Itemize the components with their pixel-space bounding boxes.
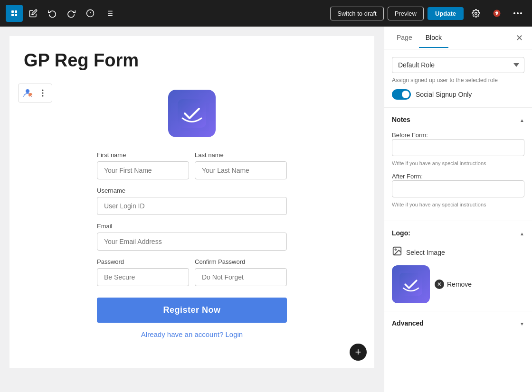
register-button[interactable]: Register Now [97, 298, 287, 323]
form-container: First name Last name Username [24, 80, 360, 348]
sidebar-content: Default Role Subscriber Editor Administr… [384, 49, 532, 392]
social-signup-toggle[interactable] [392, 89, 411, 100]
add-block-toolbar-btn[interactable] [6, 5, 23, 22]
logo-chevron-icon [520, 229, 524, 237]
after-form-label: After Form: [392, 173, 423, 180]
notes-chevron-icon [520, 115, 524, 124]
logo-section: Logo: Select Image [384, 221, 532, 311]
before-form-input[interactable] [392, 139, 524, 156]
switch-draft-button[interactable]: Switch to draft [330, 7, 383, 20]
add-block-canvas-btn[interactable]: + [350, 344, 367, 361]
svg-text:?: ? [495, 11, 498, 16]
notes-header[interactable]: Notes [392, 115, 524, 124]
svg-rect-27 [399, 273, 422, 296]
tools-icon-btn[interactable]: ? [488, 5, 505, 22]
svg-rect-24 [178, 99, 206, 128]
svg-rect-2 [11, 14, 14, 16]
name-row: First name Last name [97, 151, 287, 179]
toolbar-center: Switch to draft Preview Update ? [120, 5, 526, 22]
editor-area: GP Reg Form [0, 27, 384, 392]
form-inner: First name Last name Username [97, 151, 287, 338]
logo-preview-row: ✕ Remove [392, 265, 524, 303]
advanced-title: Advanced [392, 319, 424, 327]
image-icon [392, 246, 402, 259]
before-form-hint: Write if you have any special instructio… [392, 160, 524, 166]
logo-title: Logo: [392, 229, 410, 237]
last-name-input[interactable] [195, 161, 287, 179]
last-name-label: Last name [195, 151, 287, 159]
login-link[interactable]: Already have an account? Login [97, 330, 287, 338]
logo-header[interactable]: Logo: [392, 229, 524, 237]
first-name-label: First name [97, 151, 189, 159]
svg-point-18 [520, 12, 522, 14]
redo-btn[interactable] [63, 5, 80, 22]
after-form-hint: Write if you have any special instructio… [392, 202, 524, 207]
username-group: Username [97, 187, 287, 215]
svg-point-26 [395, 249, 396, 250]
default-role-select[interactable]: Default Role Subscriber Editor Administr… [392, 57, 524, 73]
tab-block[interactable]: Block [419, 28, 448, 48]
password-group: Password [97, 258, 189, 286]
advanced-section: Advanced [384, 311, 532, 335]
password-input[interactable] [97, 268, 189, 286]
main-layout: GP Reg Form [0, 27, 532, 392]
svg-rect-3 [15, 14, 17, 16]
notes-section: Notes Before Form: Write if you have any… [384, 108, 532, 221]
svg-point-20 [28, 93, 32, 97]
assign-hint: Assign signed up user to the selected ro… [392, 77, 524, 84]
last-name-group: Last name [195, 151, 287, 179]
form-logo [168, 90, 216, 137]
first-name-group: First name [97, 151, 189, 179]
confirm-password-input[interactable] [195, 268, 287, 286]
block-avatar-btn[interactable] [20, 86, 35, 100]
advanced-header[interactable]: Advanced [392, 319, 524, 327]
preview-button[interactable]: Preview [388, 7, 424, 20]
settings-icon-btn[interactable] [467, 5, 484, 22]
sidebar-tabs: Page Block ✕ [384, 27, 532, 49]
email-group: Email [97, 223, 287, 251]
editor-canvas: GP Reg Form [10, 36, 374, 368]
svg-point-16 [513, 12, 515, 14]
social-signup-row: Social Signup Only [392, 89, 524, 100]
remove-logo-button[interactable]: ✕ Remove [435, 280, 472, 289]
remove-label: Remove [447, 280, 472, 288]
sidebar-close-btn[interactable]: ✕ [512, 31, 526, 45]
email-label: Email [97, 223, 287, 230]
password-row: Password Confirm Password [97, 258, 287, 286]
password-label: Password [97, 258, 189, 265]
remove-circle-icon: ✕ [435, 280, 444, 289]
select-image-button[interactable]: Select Image [392, 244, 445, 261]
update-button[interactable]: Update [428, 7, 464, 20]
logo-preview-image [392, 265, 430, 303]
username-label: Username [97, 187, 287, 194]
advanced-chevron-icon [520, 319, 524, 327]
email-input[interactable] [97, 233, 287, 251]
info-btn[interactable] [82, 5, 99, 22]
tab-page[interactable]: Page [390, 28, 419, 48]
undo-btn[interactable] [44, 5, 61, 22]
notes-title: Notes [392, 116, 410, 123]
list-view-btn[interactable] [101, 5, 118, 22]
first-name-input[interactable] [97, 161, 189, 179]
page-title: GP Reg Form [24, 50, 360, 71]
svg-point-21 [42, 90, 44, 91]
svg-point-17 [517, 12, 519, 14]
social-signup-label: Social Signup Only [416, 91, 472, 98]
more-options-btn[interactable] [509, 5, 526, 22]
sidebar: Page Block ✕ Default Role Subscriber Edi… [384, 27, 532, 392]
username-row: Username [97, 187, 287, 215]
username-input[interactable] [97, 197, 287, 215]
confirm-password-label: Confirm Password [195, 258, 287, 265]
block-more-btn[interactable] [36, 86, 50, 100]
edit-toolbar-btn[interactable] [25, 5, 42, 22]
svg-rect-0 [11, 10, 14, 13]
toolbar: Switch to draft Preview Update ? [0, 0, 532, 27]
svg-rect-1 [15, 10, 17, 13]
svg-point-19 [26, 89, 29, 93]
before-form-label: Before Form: [392, 131, 428, 139]
email-row: Email [97, 223, 287, 251]
toolbar-left [6, 5, 118, 22]
default-role-section: Default Role Subscriber Editor Administr… [384, 49, 532, 108]
after-form-input[interactable] [392, 180, 524, 197]
block-floating-toolbar [18, 84, 52, 103]
